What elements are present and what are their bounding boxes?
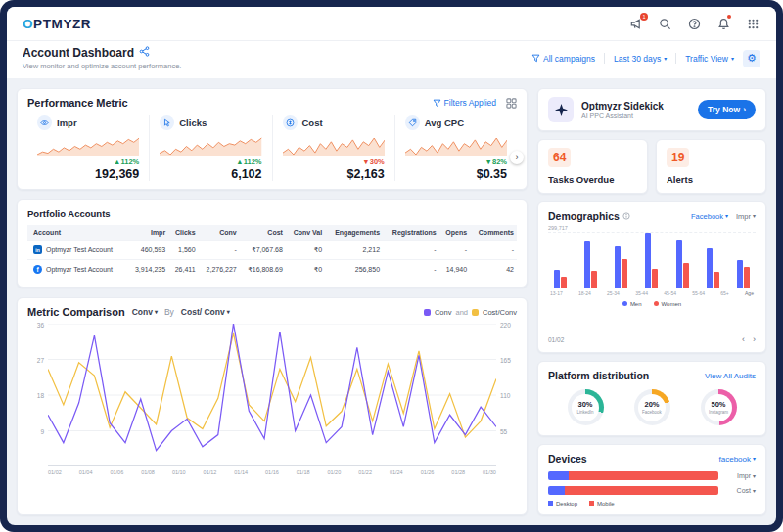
legend-and: and — [455, 308, 468, 317]
linkedin-donut[interactable]: 30% LinkedIn — [568, 389, 604, 425]
col-registrations[interactable]: Registrations — [383, 225, 439, 241]
facebook-donut[interactable]: 20% Facebook — [634, 389, 670, 425]
optmyzr-logo[interactable]: OPTMYZR — [23, 17, 91, 31]
devices-impr-dropdown[interactable]: Impr▾ — [724, 472, 756, 479]
search-icon[interactable] — [658, 17, 672, 31]
col-cost[interactable]: Cost — [240, 225, 286, 241]
metric1-dropdown[interactable]: Conv▾ — [132, 307, 158, 317]
page-header-controls: All campaigns Last 30 days▾ Traffic View… — [531, 50, 760, 67]
settings-gear-icon[interactable]: ⚙ — [743, 50, 760, 67]
cell: - — [383, 260, 439, 280]
platform-header: Platform distribution View All Audits — [548, 370, 756, 381]
conv-swatch — [424, 309, 431, 316]
portfolio-title: Portfolio Accounts — [27, 208, 517, 219]
metric-value: $2,163 — [283, 167, 385, 181]
prev-page-chevron[interactable]: ‹ — [742, 334, 745, 344]
share-icon[interactable] — [139, 46, 150, 60]
col-clicks[interactable]: Clicks — [168, 225, 198, 241]
next-page-chevron[interactable]: › — [753, 334, 756, 344]
col-impr[interactable]: Impr — [127, 225, 168, 241]
legend-cost-conv: Cost/Conv — [483, 308, 517, 317]
demographics-metric-dropdown[interactable]: Impr▾ — [736, 212, 756, 221]
metric-tile-cost[interactable]: Cost ▾ 30% $2,163 — [272, 115, 394, 181]
tile-head: Cost — [283, 115, 385, 130]
cell: - — [383, 241, 439, 260]
col-opens[interactable]: Opens — [439, 225, 471, 241]
facebook-label: Facebook — [642, 410, 662, 415]
instagram-donut[interactable]: 50% Instagram — [701, 389, 737, 425]
divider — [604, 53, 605, 64]
announcement-badge: 1 — [640, 13, 648, 21]
cell: 460,593 — [127, 241, 168, 260]
age-group-18-24[interactable] — [584, 233, 597, 288]
all-campaigns-filter[interactable]: All campaigns — [531, 54, 595, 64]
tasks-overdue-card[interactable]: 64 Tasks Overdue — [537, 139, 648, 194]
try-now-button[interactable]: Try Now› — [698, 100, 756, 119]
linkedin-label: LinkedIn — [576, 410, 593, 415]
comparison-header: Metric Comparison Conv▾ By Cost/ Conv▾ C… — [27, 306, 517, 318]
announcements-icon[interactable]: 1 — [628, 17, 643, 31]
right-column: Optmyzr Sidekick AI PPC Assistant Try No… — [537, 88, 766, 515]
col-engagements[interactable]: Engagements — [325, 225, 383, 241]
metric2-dropdown[interactable]: Cost/ Conv▾ — [181, 307, 230, 317]
age-group-55-64[interactable] — [707, 233, 719, 288]
metric-change: ▾ 30% — [283, 157, 385, 166]
devices-platform-dropdown[interactable]: facebook▾ — [719, 455, 756, 464]
divider — [675, 53, 676, 64]
col-comments[interactable]: Comments — [470, 225, 517, 241]
date-range-dropdown[interactable]: Last 30 days▾ — [614, 54, 667, 64]
legend-conv: Conv — [435, 308, 452, 317]
cost-conv-swatch — [472, 309, 479, 316]
demographics-platform-dropdown[interactable]: Facebook▾ — [691, 212, 728, 221]
help-icon[interactable] — [687, 17, 702, 31]
metric-tile-impr[interactable]: Impr ▴ 112% 192,369 — [27, 115, 149, 181]
cell: ₹7,067.68 — [240, 241, 286, 260]
comparison-title: Metric Comparison — [27, 306, 125, 318]
view-all-audits-link[interactable]: View All Audits — [705, 372, 756, 380]
all-campaigns-label: All campaigns — [543, 54, 595, 64]
demographics-legend: Men Women — [548, 301, 756, 307]
cell: ₹0 — [286, 260, 325, 280]
portfolio-table: Account Impr Clicks Conv Cost Conv Val E… — [27, 225, 517, 279]
linkedin-icon: in — [33, 245, 42, 254]
devices-cost-bar[interactable] — [548, 486, 718, 495]
devices-cost-dropdown[interactable]: Cost▾ — [724, 487, 756, 494]
desktop-segment — [548, 486, 565, 495]
devices-impr-bar[interactable] — [548, 471, 718, 480]
age-group-25-34[interactable] — [615, 233, 627, 288]
metric-tile-clicks[interactable]: Clicks ▴ 112% 6,102 — [149, 115, 271, 181]
facebook-icon: f — [33, 265, 42, 274]
axis-tick: 110 — [500, 392, 510, 399]
demographics-card: Demographics Facebook▾ Impr▾ 299,717 13-… — [537, 201, 766, 353]
devices-impr-row: Impr▾ — [548, 471, 756, 480]
age-group-13-17[interactable] — [554, 233, 567, 288]
funnel-icon — [531, 54, 540, 63]
table-row-facebook[interactable]: fOptmyzr Test Account 3,914,235 26,411 2… — [27, 260, 517, 280]
view-dropdown[interactable]: Traffic View▾ — [685, 54, 734, 64]
devices-card: Devices facebook▾ Impr▾ — [537, 444, 766, 515]
chevron-down-icon: ▾ — [725, 213, 728, 219]
age-group-45-54[interactable] — [676, 233, 689, 288]
metric-tile-avg-cpc[interactable]: Avg CPC ▾ 82% $0.35 — [394, 115, 517, 181]
portfolio-table-body: inOptmyzr Test Account 460,593 1,560 - ₹… — [27, 241, 517, 280]
apps-grid-icon[interactable] — [746, 17, 760, 31]
page-header: Account Dashboard View monitor and optim… — [7, 40, 776, 78]
chevron-down-icon: ▾ — [753, 473, 756, 479]
col-conv[interactable]: Conv — [199, 225, 240, 241]
performance-header-right: Filters Applied — [433, 98, 517, 109]
account-name: Optmyzr Test Account — [46, 266, 113, 273]
info-icon[interactable] — [622, 212, 630, 220]
table-view-icon[interactable] — [506, 98, 517, 109]
col-conv-val[interactable]: Conv Val — [286, 225, 325, 241]
next-metrics-chevron[interactable]: › — [510, 151, 524, 164]
col-account[interactable]: Account — [27, 225, 127, 241]
age-group-65+[interactable] — [737, 233, 750, 288]
filters-applied-button[interactable]: Filters Applied — [433, 98, 496, 108]
table-row-linkedin[interactable]: inOptmyzr Test Account 460,593 1,560 - ₹… — [27, 241, 517, 260]
sidekick-title: Optmyzr Sidekick — [581, 101, 664, 111]
sidekick-card: Optmyzr Sidekick AI PPC Assistant Try No… — [537, 88, 766, 131]
age-group-35-44[interactable] — [645, 233, 658, 288]
portfolio-table-head: Account Impr Clicks Conv Cost Conv Val E… — [27, 225, 517, 241]
alerts-card[interactable]: 19 Alerts — [656, 139, 766, 194]
notifications-bell-icon[interactable] — [716, 17, 731, 31]
